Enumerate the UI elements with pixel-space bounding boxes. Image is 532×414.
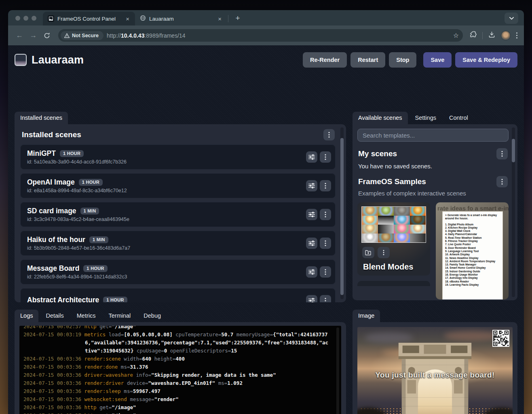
tab-control[interactable]: Control <box>443 112 474 124</box>
stop-button[interactable]: Stop <box>389 52 416 68</box>
logs-tabbar: Logs Details Metrics Terminal Debug <box>15 309 167 322</box>
scene-settings-button[interactable] <box>306 209 317 220</box>
my-scenes-menu-button[interactable] <box>496 148 508 159</box>
log-entry: 2024-07-15 00:02:37 http get="/image" <box>23 326 331 331</box>
scene-actions <box>306 209 331 220</box>
scene-menu-button[interactable] <box>320 295 331 302</box>
save-button[interactable]: Save <box>423 52 452 68</box>
scene-info: MiniGPT1 HOURid: 5a10ea3b-3a90-4c4d-acc8… <box>27 149 302 165</box>
terminal-log[interactable]: 2024-07-15 00:02:37 http get="/image"202… <box>19 326 341 414</box>
scene-interval-badge: 1 MIN <box>89 236 108 243</box>
sample-card-partial[interactable] <box>357 281 430 286</box>
header-actions: Re-Render Restart Stop Save Save & Redep… <box>303 52 517 68</box>
scene-card[interactable]: Haiku of the hour1 MINid: 5b3b9b05-2848-… <box>20 231 336 256</box>
tab-available-scenes[interactable]: Available scenes <box>353 112 408 124</box>
scene-menu-button[interactable] <box>320 151 331 163</box>
tab-terminal[interactable]: Terminal <box>103 310 137 322</box>
installed-scenes-menu-button[interactable] <box>323 129 335 140</box>
not-secure-badge[interactable]: Not Secure <box>61 31 103 40</box>
window-zoom-button[interactable] <box>32 16 36 21</box>
browser-tab-frameos[interactable]: FrameOS Control Panel × <box>43 12 135 25</box>
tab-details[interactable]: Details <box>40 310 69 322</box>
toolbar-icons <box>469 31 519 40</box>
reload-button[interactable] <box>41 30 53 41</box>
scene-interval-badge: 1 HOUR <box>103 297 127 302</box>
window-minimize-button[interactable] <box>23 16 28 21</box>
tab-logs[interactable]: Logs <box>15 310 38 322</box>
save-redeploy-button[interactable]: Save & Redeploy <box>455 52 517 68</box>
address-bar[interactable]: Not Secure http://10.4.0.43:8989/frames/… <box>58 29 463 42</box>
scene-settings-button[interactable] <box>306 180 317 191</box>
scene-menu-button[interactable] <box>320 238 331 249</box>
scene-menu-button[interactable] <box>320 180 331 191</box>
scene-title: SD card image <box>27 207 76 215</box>
frameos-logo <box>15 54 27 66</box>
not-secure-label: Not Secure <box>72 33 99 38</box>
terminal-scrollbar[interactable] <box>336 327 339 414</box>
scene-card[interactable]: MiniGPT1 HOURid: 5a10ea3b-3a90-4c4d-acc8… <box>20 144 336 170</box>
frameos-page: Lauaraam Re-Render Restart Stop Save Sav… <box>8 45 524 414</box>
scene-interval-badge: 1 MIN <box>80 208 99 214</box>
downloads-icon[interactable] <box>488 31 495 40</box>
preview-line: 16. Energy Usage Monitor <box>445 273 500 276</box>
preview-line: 11. News Headline Display <box>445 257 500 260</box>
rerender-button[interactable]: Re-Render <box>303 52 347 68</box>
window-controls[interactable] <box>8 16 43 25</box>
sample-card-blend-modes[interactable]: Blend Modes <box>357 202 430 276</box>
scene-settings-button[interactable] <box>306 151 317 163</box>
page-title: Lauaraam <box>32 54 84 66</box>
scene-menu-button[interactable] <box>320 266 331 278</box>
available-scenes-scrollbar[interactable] <box>512 127 515 297</box>
profile-avatar[interactable] <box>501 31 511 40</box>
tab-close-icon[interactable]: × <box>124 15 131 22</box>
scene-card[interactable]: Abstract Architecture1 HOUR <box>20 288 336 302</box>
tab-image[interactable]: Image <box>353 310 380 322</box>
browser-toolbar: ← → Not Secure http://10.4.0.43:8989/fra… <box>8 25 524 45</box>
forward-button[interactable]: → <box>27 30 39 41</box>
log-entry: 2024-07-15 00:03:19 metrics load=[0.05,0… <box>23 331 331 355</box>
window-close-button[interactable] <box>15 16 20 21</box>
preview-line: 4. Daily Planner/Calendar <box>445 233 500 236</box>
scene-settings-button[interactable] <box>306 266 317 278</box>
sample-menu-button[interactable] <box>378 247 390 258</box>
eink-ideas-preview: > Generate ideas fo a smart e-ink displa… <box>442 211 503 299</box>
scene-title: MiniGPT <box>27 149 56 158</box>
scene-actions <box>306 295 331 302</box>
scene-info: Abstract Architecture1 HOUR <box>27 296 302 302</box>
bookmark-star-icon[interactable]: ☆ <box>453 32 459 39</box>
extensions-icon[interactable] <box>469 31 477 40</box>
scene-settings-button[interactable] <box>306 238 317 249</box>
preview-line: 8. Door Reminder Board <box>445 246 500 250</box>
scene-card[interactable]: SD card image1 MINid: 3c3c9478-083a-45c2… <box>20 202 336 227</box>
scene-card[interactable]: OpenAI Image1 HOURid: e8a1458a-8994-49af… <box>20 173 336 198</box>
preview-line: 18. eBooks Reader <box>445 280 500 283</box>
restart-button[interactable]: Restart <box>350 52 385 68</box>
tab-search-chevron-button[interactable] <box>505 13 518 24</box>
samples-menu-button[interactable] <box>496 176 508 187</box>
installed-scenes-panel: Installed scenes MiniGPT1 HOURid: 5a10ea… <box>15 124 346 302</box>
installed-scenes-scrollbar[interactable] <box>340 127 344 299</box>
search-input[interactable] <box>357 129 509 142</box>
warning-icon <box>64 33 70 38</box>
new-tab-button[interactable]: + <box>232 14 243 23</box>
available-scenes-tabbar: Available scenes Settings Control <box>353 111 474 124</box>
tab-installed-scenes[interactable]: Installed scenes <box>15 112 68 124</box>
back-button[interactable]: ← <box>14 30 25 41</box>
scene-interval-badge: 1 HOUR <box>79 179 103 186</box>
sample-card-eink-ideas[interactable]: rate ideas fo a smart e-ink di > Generat… <box>436 202 509 299</box>
sample-install-button[interactable] <box>362 247 374 258</box>
preview-line: 9. Language Learning Tool <box>445 250 500 253</box>
tab-settings[interactable]: Settings <box>410 112 442 124</box>
preview-line: 1. Digital Photo Album <box>445 223 500 226</box>
browser-tab-lauaraam[interactable]: Lauaraam × <box>135 12 227 25</box>
globe-icon <box>140 15 146 22</box>
preview-line: 12. Ambient Room Temperature Display <box>445 260 500 263</box>
scene-menu-button[interactable] <box>320 209 331 220</box>
scene-settings-button[interactable] <box>306 295 317 302</box>
tab-metrics[interactable]: Metrics <box>71 310 101 322</box>
tab-debug[interactable]: Debug <box>138 310 167 322</box>
browser-menu-icon[interactable] <box>516 32 517 38</box>
log-entry: 2024-07-15 00:03:36 render:driver device… <box>23 379 331 387</box>
scene-card[interactable]: Message Board1 HOURid: 22feb5c9-8ef6-4a3… <box>20 259 336 284</box>
tab-close-icon[interactable]: × <box>216 15 223 22</box>
